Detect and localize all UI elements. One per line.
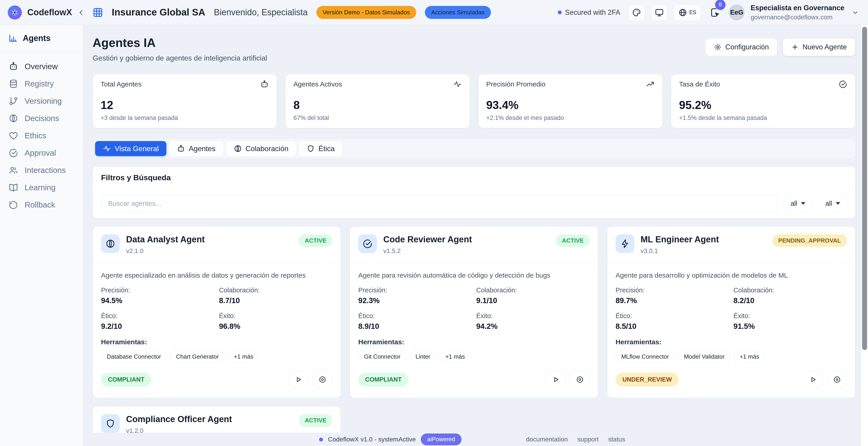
header-right: Secured with 2FA ES 6 EeG Especialista e…: [558, 4, 868, 21]
play-icon: [552, 376, 560, 383]
user-info[interactable]: Especialista en Governance governance@co…: [750, 4, 844, 21]
tab-etica[interactable]: Ética: [299, 141, 342, 156]
history-icon: [9, 200, 18, 210]
filters-title: Filtros y Búsqueda: [93, 166, 855, 189]
run-agent-button[interactable]: [803, 371, 823, 388]
app-grid-icon[interactable]: [93, 7, 103, 18]
shield-icon: [101, 414, 120, 433]
heart-icon: [9, 131, 18, 140]
tool-chip: MLflow Connector: [616, 351, 675, 363]
agent-name: Compliance Officer Agent: [126, 414, 232, 425]
sidebar-item-ethics[interactable]: Ethics: [0, 127, 83, 144]
new-agent-button[interactable]: Nuevo Agente: [783, 38, 855, 56]
notification-count-badge: 6: [715, 0, 725, 10]
scrollbar-thumb[interactable]: [862, 27, 867, 350]
sidebar-item-label: Learning: [25, 183, 56, 192]
agent-status-badge: PENDING_APPROVAL: [772, 234, 847, 247]
stat-note: +2.1% desde el mes pasado: [486, 114, 654, 122]
stat-card-avg-precision: Precisión Promedio 93.4% +2.1% desde el …: [478, 74, 662, 128]
metric-value: 8.2/10: [734, 296, 847, 305]
page-header: Agentes IA Gestión y gobierno de agentes…: [93, 35, 855, 62]
agent-name: Data Analyst Agent: [126, 234, 205, 245]
theme-palette-button[interactable]: [628, 4, 645, 21]
sidebar-item-registry[interactable]: Registry: [0, 75, 83, 92]
tools-label: Herramientas:: [358, 338, 589, 346]
sidebar-item-overview[interactable]: Overview: [0, 58, 83, 75]
play-icon: [809, 376, 817, 383]
bot-icon: [9, 62, 18, 71]
sidebar-item-rollback[interactable]: Rollback: [0, 196, 83, 214]
type-filter-select[interactable]: all: [819, 195, 847, 212]
user-email: governance@codeflowx.com: [750, 13, 844, 21]
more-tools-chip: +1 más: [228, 351, 259, 363]
brand-area: CodeflowX: [0, 5, 83, 20]
sidebar-item-learning[interactable]: Learning: [0, 179, 83, 196]
stat-note: +1.5% desde la semana pasada: [679, 114, 847, 122]
type-filter-value: all: [826, 199, 832, 208]
sidebar-nav: Overview Registry Versioning Decisions E…: [0, 52, 83, 220]
metric-value: 92.3%: [358, 296, 471, 305]
activity-icon: [453, 80, 462, 89]
trending-up-icon: [646, 80, 654, 89]
sidebar-item-versioning[interactable]: Versioning: [0, 92, 83, 110]
metric-value: 8.9/10: [358, 322, 471, 331]
bot-icon: [177, 145, 185, 153]
stat-note: +3 desde la semana pasada: [101, 114, 269, 122]
view-agent-button[interactable]: [313, 371, 332, 388]
sidebar-item-label: Ethics: [25, 131, 46, 140]
tab-label: Agentes: [189, 144, 215, 153]
metric-label: Ético:: [101, 312, 214, 320]
check-circle-icon: [839, 80, 847, 89]
agent-card-data-analyst: Data Analyst Agent v2.1.0 ACTIVE Agente …: [93, 226, 341, 398]
footer-links: documentation support status: [526, 436, 625, 443]
language-selector-button[interactable]: ES: [674, 4, 701, 21]
metric-value: 94.2%: [476, 322, 589, 331]
metric-value: 91.5%: [734, 322, 847, 331]
agent-description: Agente especializado en análisis de dato…: [101, 271, 332, 280]
metric-value: 96.8%: [219, 322, 332, 331]
tab-vista-general[interactable]: Vista General: [95, 141, 166, 156]
view-agent-button[interactable]: [827, 371, 847, 388]
users-icon: [9, 165, 18, 175]
run-agent-button[interactable]: [288, 371, 308, 388]
tab-agentes[interactable]: Agentes: [169, 141, 223, 156]
agent-version: v3.0.1: [641, 247, 719, 255]
run-agent-button[interactable]: [546, 371, 565, 388]
more-tools-chip: +1 más: [734, 351, 765, 363]
footer-link-status[interactable]: status: [608, 436, 625, 443]
language-code: ES: [689, 9, 696, 16]
view-agent-button[interactable]: [570, 371, 590, 388]
configuration-button[interactable]: Configuración: [706, 38, 777, 56]
page-title: Agentes IA: [93, 35, 267, 50]
user-menu-chevron[interactable]: [851, 9, 859, 16]
tab-label: Ética: [318, 144, 335, 153]
status-filter-select[interactable]: all: [784, 195, 812, 212]
metric-label: Éxito:: [476, 312, 589, 320]
shield-icon: [307, 145, 315, 153]
search-input[interactable]: [101, 195, 777, 212]
sidebar-item-label: Rollback: [25, 200, 55, 210]
sidebar-item-interactions[interactable]: Interactions: [0, 162, 83, 179]
notifications-button[interactable]: 6: [710, 7, 720, 18]
tab-colaboracion[interactable]: Colaboración: [226, 141, 296, 156]
footer-link-support[interactable]: support: [578, 436, 598, 443]
sidebar-item-approval[interactable]: Approval: [0, 144, 83, 162]
plus-icon: [791, 43, 799, 51]
footer-link-documentation[interactable]: documentation: [526, 436, 568, 443]
metric-label: Colaboración:: [219, 286, 332, 294]
display-mode-button[interactable]: [651, 4, 668, 21]
sidebar-item-label: Approval: [25, 148, 56, 158]
metric-label: Ético:: [358, 312, 471, 320]
new-agent-label: Nuevo Agente: [802, 43, 847, 51]
sidebar-item-decisions[interactable]: Decisions: [0, 110, 83, 127]
stat-title: Agentes Activos: [293, 80, 342, 88]
agent-status-badge: ACTIVE: [556, 234, 589, 247]
user-avatar[interactable]: EeG: [729, 5, 745, 21]
tool-chip: Chart Generator: [170, 351, 224, 363]
agent-status-badge: ACTIVE: [299, 414, 332, 427]
tool-chip: Git Connector: [358, 351, 406, 363]
globe-icon: [678, 8, 687, 17]
stat-card-total-agents: Total Agentes 12 +3 desde la semana pasa…: [93, 74, 277, 128]
agent-name: ML Engineer Agent: [641, 234, 719, 245]
sidebar-item-label: Overview: [25, 62, 58, 71]
